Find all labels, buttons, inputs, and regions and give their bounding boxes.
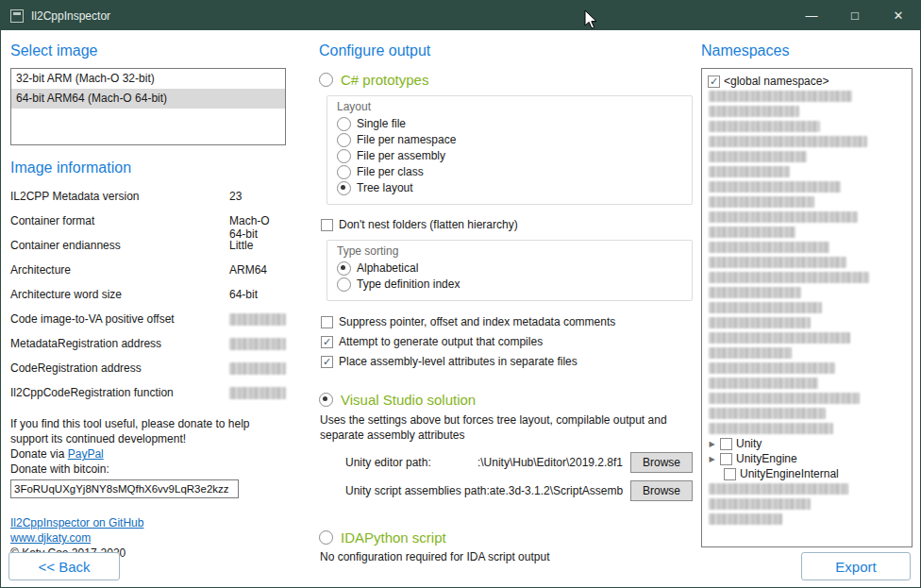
namespaces-heading: Namespaces [701, 42, 913, 59]
type-sorting-option[interactable]: Type definition index [337, 277, 682, 292]
redacted-namespace [709, 347, 792, 359]
output-option[interactable]: ✓Attempt to generate output that compile… [321, 334, 693, 349]
flatten-hierarchy-option[interactable]: Don't nest folders (flatten hierarchy) [321, 217, 693, 232]
namespace-row[interactable]: ▶UnityEngine [704, 451, 910, 466]
namespace-row[interactable] [704, 270, 910, 285]
redacted-namespace [709, 423, 833, 434]
checkbox-label: Attempt to generate output that compiles [339, 334, 543, 349]
type-sorting-option[interactable]: Alphabetical [337, 260, 682, 276]
namespace-row[interactable] [704, 179, 910, 194]
namespace-row[interactable] [704, 255, 910, 270]
namespace-row[interactable] [704, 164, 910, 179]
layout-option[interactable]: File per assembly [337, 148, 682, 163]
redacted-namespace [709, 196, 814, 208]
radio-label: Alphabetical [357, 260, 418, 276]
namespace-row[interactable] [704, 210, 910, 225]
namespace-checkbox[interactable] [720, 453, 732, 465]
idapython-description: No configuration required for IDA script… [320, 549, 693, 564]
namespace-row[interactable] [704, 330, 910, 345]
namespace-row[interactable] [704, 300, 910, 315]
namespace-row[interactable] [704, 119, 910, 134]
namespace-row[interactable] [704, 225, 910, 240]
expander-icon[interactable]: ▶ [708, 440, 716, 448]
layout-option[interactable]: Tree layout [337, 180, 682, 195]
info-row: ArchitectureARM64 [10, 263, 286, 288]
namespace-row[interactable] [704, 285, 910, 300]
namespace-row[interactable] [704, 194, 910, 210]
export-button[interactable]: Export [801, 552, 911, 580]
back-button[interactable]: << Back [8, 552, 120, 580]
csharp-prototypes-option[interactable]: C# prototypes [319, 72, 693, 88]
website-link-line: www.djkaty.com [10, 530, 286, 546]
redacted-namespace [709, 272, 869, 283]
namespace-row[interactable] [704, 345, 910, 361]
app-window: Il2CppInspector — □ ✕ Select image 32-bi… [0, 0, 921, 588]
checkbox-label: Place assembly-level attributes in separ… [339, 354, 578, 369]
donate-paypal-line: Donate via PayPal [10, 446, 286, 462]
window-controls: — □ ✕ [790, 1, 920, 30]
redacted-namespace [709, 242, 829, 253]
image-list-item[interactable]: 64-bit ARM64 (Mach-O 64-bit) [11, 89, 285, 109]
namespace-row[interactable]: UnityEngineInternal [704, 466, 910, 481]
path-field-row: Unity script assemblies path:ate.3d-3.1.… [345, 480, 693, 501]
radio-label: File per class [357, 164, 424, 179]
namespace-row[interactable] [704, 240, 910, 255]
image-list-item[interactable]: 32-bit ARM (Mach-O 32-bit) [11, 69, 285, 89]
namespace-row[interactable] [704, 315, 910, 330]
paypal-link[interactable]: PayPal [68, 447, 104, 461]
info-row: Il2CppCodeRegistration function [10, 386, 286, 411]
layout-option[interactable]: File per namespace [337, 132, 682, 147]
namespace-row[interactable] [704, 361, 910, 376]
namespace-row[interactable] [704, 421, 910, 436]
website-link[interactable]: www.djkaty.com [10, 531, 91, 545]
redacted-namespace [709, 378, 818, 389]
namespace-row[interactable] [704, 496, 910, 512]
redacted-namespace [709, 91, 852, 102]
bitcoin-address-input[interactable] [10, 479, 239, 498]
namespace-row[interactable]: ✓<global namespace> [704, 74, 910, 89]
namespace-row[interactable]: ▶Unity [704, 436, 910, 451]
namespace-label: Unity [736, 437, 762, 450]
namespace-row[interactable] [704, 481, 910, 496]
radio-icon [319, 530, 333, 545]
namespace-row[interactable] [704, 89, 910, 104]
namespaces-list[interactable]: ✓<global namespace>▶Unity▶UnityEngineUni… [701, 68, 913, 547]
close-button[interactable]: ✕ [877, 1, 920, 30]
info-label: Code image-to-VA positive offset [10, 312, 229, 326]
namespace-row[interactable] [704, 512, 910, 527]
browse-button[interactable]: Browse [630, 452, 693, 473]
namespace-row[interactable] [704, 391, 910, 406]
info-value-redacted [229, 362, 286, 375]
layout-option[interactable]: File per class [337, 164, 682, 179]
checkbox-label: Suppress pointer, offset and index metad… [339, 314, 615, 329]
visual-studio-option[interactable]: Visual Studio solution [319, 392, 693, 408]
redacted-namespace [709, 211, 858, 223]
browse-button[interactable]: Browse [630, 480, 693, 501]
namespace-label: UnityEngine [736, 452, 797, 465]
namespace-checkbox[interactable] [720, 438, 732, 450]
path-field-value: ate.3d-3.1.2\ScriptAssemblies [490, 484, 623, 497]
namespace-row[interactable] [704, 104, 910, 119]
output-option[interactable]: Suppress pointer, offset and index metad… [321, 314, 693, 329]
select-image-heading: Select image [10, 42, 286, 59]
minimize-button[interactable]: — [790, 1, 833, 30]
image-listbox[interactable]: 32-bit ARM (Mach-O 32-bit)64-bit ARM64 (… [10, 68, 286, 145]
namespace-row[interactable] [704, 376, 910, 391]
namespace-checkbox[interactable]: ✓ [708, 76, 720, 88]
radio-icon [337, 181, 351, 195]
namespace-row[interactable] [704, 406, 910, 421]
idapython-option[interactable]: IDAPython script [319, 529, 693, 546]
namespace-row[interactable] [704, 149, 910, 164]
layout-option[interactable]: Single file [337, 116, 682, 131]
donate-message: If you find this tool useful, please don… [10, 416, 286, 446]
namespace-row[interactable] [704, 134, 910, 149]
redacted-namespace [709, 513, 782, 525]
output-option[interactable]: ✓Place assembly-level attributes in sepa… [321, 354, 693, 369]
expander-icon[interactable]: ▶ [708, 455, 716, 463]
namespace-checkbox[interactable] [724, 468, 736, 480]
maximize-button[interactable]: □ [833, 1, 877, 30]
github-link[interactable]: Il2CppInspector on GitHub [10, 516, 143, 529]
info-row: CodeRegistration address [10, 361, 286, 386]
radio-label: File per assembly [357, 148, 445, 163]
path-field-label: Unity editor path: [345, 456, 431, 469]
